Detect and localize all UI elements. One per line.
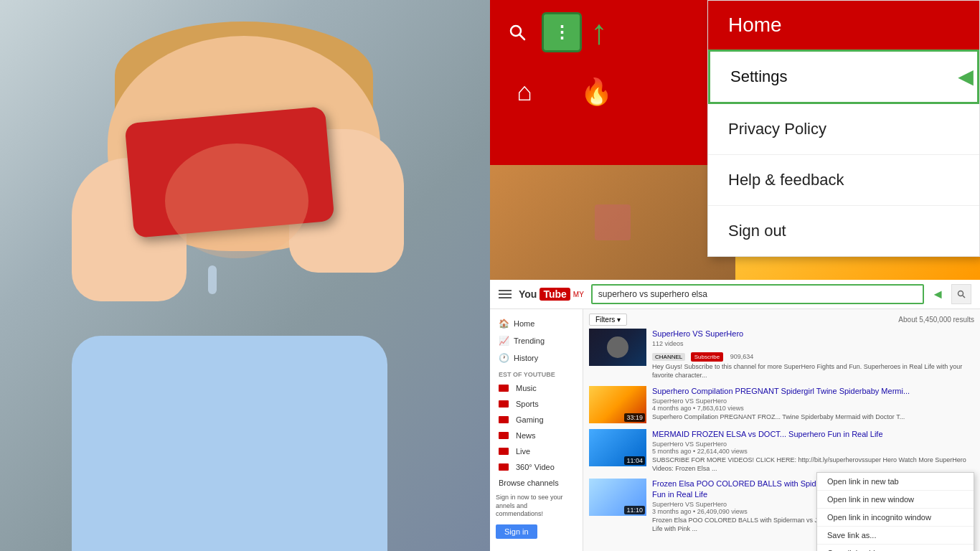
sidebar-login-prompt: Sign in now to see yourannels andcommend… xyxy=(490,491,583,522)
filters-button[interactable]: Filters ▾ xyxy=(589,314,627,326)
video-2-meta: SuperHero VS SuperHero 5 months ago • 22… xyxy=(652,441,974,455)
video-1-thumb: 33:19 xyxy=(589,386,646,423)
home-sidebar-icon: 🏠 xyxy=(499,319,509,329)
video-1-meta: SuperHero VS SuperHero 4 months ago • 7,… xyxy=(652,397,974,412)
sidebar-home-label: Home xyxy=(514,319,534,328)
help-feedback-menu-item[interactable]: Help & feedback xyxy=(708,155,979,206)
logo-tube-text: Tube xyxy=(540,288,570,301)
video-1-title[interactable]: Superhero Compilation PREGNANT Spidergir… xyxy=(652,386,974,396)
sidebar-browse-channels[interactable]: Browse channels xyxy=(490,475,583,491)
yt-app-menu-button[interactable]: ⋮ xyxy=(542,12,582,52)
yt-desktop-section: You Tube MY superhero vs superhero elsa … xyxy=(490,280,980,551)
video-2-thumb: 11:04 xyxy=(589,429,646,466)
yt-app-section: ⋮ ↑ ⌂ 🔥 Home Settings ◄ Privacy Pol xyxy=(490,0,980,280)
context-copy-link[interactable]: Copy link address xyxy=(817,545,974,551)
channel-actions: CHANNEL Subscribe 909,634 xyxy=(652,349,974,362)
video-3-duration: 11:10 xyxy=(624,506,645,514)
yt-desktop-sidebar: 🏠 Home 📈 Trending 🕐 History EST OF YOUTU… xyxy=(490,309,583,551)
sidebar-item-live[interactable]: Live xyxy=(490,443,583,459)
home-nav-label: Home xyxy=(728,14,782,36)
yt-desktop-body: 🏠 Home 📈 Trending 🕐 History EST OF YOUTU… xyxy=(490,309,980,551)
help-feedback-label: Help & feedback xyxy=(728,171,844,189)
filters-bar: Filters ▾ About 5,450,000 results xyxy=(589,314,974,326)
house-icon: ⌂ xyxy=(517,77,532,107)
sidebar-section-title: EST OF YOUTUBE xyxy=(490,367,583,380)
360-icon xyxy=(499,463,509,471)
channel-title[interactable]: SuperHero VS SuperHero xyxy=(652,329,974,339)
live-icon xyxy=(499,448,509,455)
sidebar-item-home[interactable]: 🏠 Home xyxy=(490,315,583,332)
context-open-incognito[interactable]: Open link in incognito window xyxy=(817,509,974,527)
gaming-icon xyxy=(499,416,509,423)
sports-icon xyxy=(499,400,509,408)
yt-app-search-icon[interactable] xyxy=(501,17,533,48)
video-1-duration: 33:19 xyxy=(624,413,645,422)
sidebar-history-label: History xyxy=(514,354,538,362)
sidebar-360-label: 360° Video xyxy=(516,463,555,471)
context-menu: Open link in new tab Open link in new wi… xyxy=(816,472,974,551)
sign-out-menu-item[interactable]: Sign out xyxy=(708,206,979,256)
settings-label: Settings xyxy=(730,67,788,85)
hamburger-menu[interactable] xyxy=(499,290,512,298)
settings-dropdown: Home Settings ◄ Privacy Policy Help & fe… xyxy=(707,0,980,257)
settings-arrow-icon: ◄ xyxy=(953,62,979,92)
news-icon xyxy=(499,432,509,439)
app-thumb-1 xyxy=(490,165,735,280)
logo-you-text: You xyxy=(519,288,537,300)
trending-sidebar-icon: 📈 xyxy=(499,336,509,346)
sidebar-trending-label: Trending xyxy=(514,336,545,345)
right-section: ⋮ ↑ ⌂ 🔥 Home Settings ◄ Privacy Pol xyxy=(490,0,980,551)
context-open-new-window[interactable]: Open link in new window xyxy=(817,491,974,509)
channel-meta: 112 videos xyxy=(652,340,974,347)
svg-line-1 xyxy=(520,35,525,40)
settings-menu-item[interactable]: Settings ◄ xyxy=(708,50,979,104)
trending-fire-icon: 🔥 xyxy=(580,77,613,107)
svg-point-2 xyxy=(958,291,963,296)
result-channel: SuperHero VS SuperHero 112 videos CHANNE… xyxy=(589,329,974,380)
desktop-search-input[interactable]: superhero vs superhero elsa xyxy=(591,284,924,304)
sidebar-gaming-label: Gaming xyxy=(516,415,544,424)
video-2-duration: 11:04 xyxy=(624,456,645,465)
sidebar-news-label: News xyxy=(516,431,536,440)
sidebar-item-gaming[interactable]: Gaming xyxy=(490,412,583,428)
sidebar-item-music[interactable]: Music xyxy=(490,380,583,396)
result-video-1: 33:19 Superhero Compilation PREGNANT Spi… xyxy=(589,386,974,423)
sign-in-button[interactable]: Sign in xyxy=(496,524,537,539)
sidebar-item-trending[interactable]: 📈 Trending xyxy=(490,332,583,349)
browse-channels-label: Browse channels xyxy=(499,479,559,487)
video-1-info: Superhero Compilation PREGNANT Spidergir… xyxy=(652,386,974,423)
dots-icon: ⋮ xyxy=(553,22,570,42)
video-3-thumb: 11:10 xyxy=(589,479,646,516)
desktop-search-button[interactable] xyxy=(951,284,971,304)
drool xyxy=(208,265,217,294)
privacy-policy-menu-item[interactable]: Privacy Policy xyxy=(708,104,979,155)
youtube-logo[interactable]: You Tube MY xyxy=(519,288,584,301)
results-count: About 5,450,000 results xyxy=(631,316,974,324)
sidebar-sports-label: Sports xyxy=(516,400,539,408)
sidebar-live-label: Live xyxy=(516,447,530,456)
channel-desc: Hey Guys! Subscribe to this channel for … xyxy=(652,363,974,380)
yt-desktop-header: You Tube MY superhero vs superhero elsa … xyxy=(490,280,980,309)
video-1-desc: Superhero Compilation PREGNANT FROZ... T… xyxy=(652,413,974,422)
video-2-title[interactable]: MERMAID FROZEN ELSA vs DOCT... Superhero… xyxy=(652,429,974,439)
yt-app-home-icon[interactable]: ⌂ xyxy=(504,72,545,112)
shirt xyxy=(72,336,387,551)
context-open-new-tab[interactable]: Open link in new tab xyxy=(817,473,974,491)
channel-badge: CHANNEL xyxy=(652,353,685,361)
privacy-policy-label: Privacy Policy xyxy=(728,120,826,138)
subscriber-count: 909,634 xyxy=(730,353,754,360)
channel-info: SuperHero VS SuperHero 112 videos CHANNE… xyxy=(652,329,974,380)
music-icon xyxy=(499,385,509,392)
sidebar-item-sports[interactable]: Sports xyxy=(490,396,583,412)
search-arrow-indicator: ◄ xyxy=(931,287,944,302)
subscribe-button[interactable]: Subscribe xyxy=(691,352,724,362)
video-2-desc: SUBSCRIBE FOR MORE VIDEOS! CLICK HERE: h… xyxy=(652,456,974,473)
context-save-link[interactable]: Save link as... xyxy=(817,527,974,545)
sidebar-item-360[interactable]: 360° Video xyxy=(490,459,583,475)
sidebar-item-news[interactable]: News xyxy=(490,428,583,443)
yt-results-panel: Filters ▾ About 5,450,000 results SuperH… xyxy=(583,309,980,551)
home-nav-item[interactable]: Home xyxy=(708,1,979,50)
sidebar-item-history[interactable]: 🕐 History xyxy=(490,349,583,367)
result-video-2: 11:04 MERMAID FROZEN ELSA vs DOCT... Sup… xyxy=(589,429,974,474)
child-photo xyxy=(0,0,490,551)
